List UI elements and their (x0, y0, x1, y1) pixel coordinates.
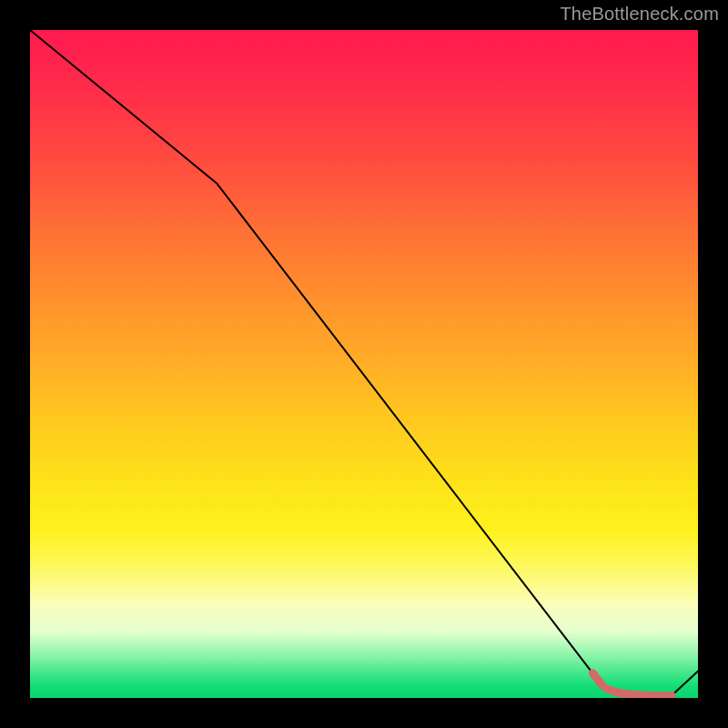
curve-line (30, 30, 698, 696)
plot-area (30, 30, 698, 698)
dash-segment (592, 673, 602, 686)
highlight-dash (592, 673, 670, 696)
watermark-text: TheBottleneck.com (560, 4, 719, 25)
chart-svg (30, 30, 698, 698)
chart-stage: TheBottleneck.com (0, 0, 728, 728)
